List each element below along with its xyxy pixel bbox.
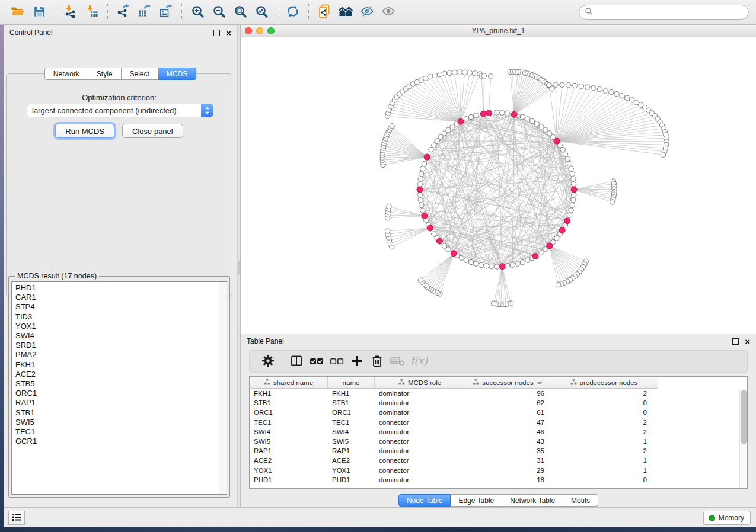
table-cell[interactable]: RAP1: [250, 447, 328, 454]
table-row[interactable]: SWI4SWI4dominator462: [250, 427, 739, 437]
tab-edge-table[interactable]: Edge Table: [451, 494, 502, 507]
table-cell[interactable]: 61: [465, 409, 550, 416]
table-scrollbar-thumb[interactable]: [741, 390, 747, 444]
hide-selected-button[interactable]: [356, 2, 378, 23]
table-cell[interactable]: YOX1: [328, 467, 375, 474]
tab-mcds[interactable]: MCDS: [158, 68, 196, 80]
table-cell[interactable]: SWI5: [250, 438, 328, 445]
status-menu-button[interactable]: [8, 511, 25, 525]
mcds-result-item[interactable]: FKH1: [12, 360, 218, 370]
table-row[interactable]: PHD1PHD1dominator180: [250, 475, 739, 485]
mcds-result-item[interactable]: RAP1: [12, 398, 218, 408]
tab-network[interactable]: Network: [44, 68, 88, 80]
tab-select[interactable]: Select: [122, 68, 158, 80]
tab-motifs[interactable]: Motifs: [563, 494, 598, 507]
table-cell[interactable]: 0: [550, 409, 658, 416]
float-panel-icon[interactable]: [732, 338, 739, 345]
table-cell[interactable]: dominator: [375, 409, 465, 416]
table-cell[interactable]: 35: [465, 447, 550, 454]
refresh-button[interactable]: [282, 2, 304, 23]
table-cell[interactable]: TEC1: [328, 419, 375, 426]
save-session-button[interactable]: [28, 2, 50, 23]
search-box[interactable]: [579, 5, 749, 20]
mcds-result-item[interactable]: TEC1: [12, 427, 218, 437]
table-cell[interactable]: 1: [550, 438, 658, 445]
import-table-button[interactable]: [81, 2, 103, 23]
add-column-button[interactable]: [347, 352, 367, 370]
table-cell[interactable]: STB1: [328, 399, 375, 406]
table-cell[interactable]: dominator: [375, 447, 465, 454]
zoom-out-button[interactable]: [208, 2, 229, 23]
network-canvas[interactable]: [241, 37, 756, 334]
table-cell[interactable]: 2: [550, 428, 658, 435]
mcds-result-item[interactable]: PMA2: [12, 350, 218, 360]
table-row[interactable]: ACE2ACE2connector311: [250, 456, 739, 465]
table-cell[interactable]: RAP1: [328, 447, 375, 454]
float-panel-icon[interactable]: [213, 30, 220, 36]
mcds-result-item[interactable]: SWI4: [12, 331, 218, 341]
table-cell[interactable]: 2: [550, 447, 658, 454]
mcds-result-item[interactable]: TID3: [12, 312, 218, 322]
table-cell[interactable]: ACE2: [328, 457, 375, 464]
mcds-result-item[interactable]: CAR1: [12, 293, 218, 302]
table-row[interactable]: STB1STB1dominator620: [250, 398, 739, 408]
table-row[interactable]: ORC1ORC1dominator610: [250, 408, 739, 417]
table-cell[interactable]: 62: [465, 399, 550, 406]
table-cell[interactable]: 46: [465, 428, 550, 435]
network-window-titlebar[interactable]: YPA_prune.txt_1: [241, 25, 756, 37]
zoom-selected-button[interactable]: [251, 2, 272, 23]
search-input[interactable]: [593, 8, 743, 17]
tab-node-table[interactable]: Node Table: [398, 494, 451, 507]
table-scrollbar[interactable]: [739, 389, 747, 488]
splitter-handle[interactable]: [238, 261, 240, 274]
table-row[interactable]: TEC1TEC1connector472: [250, 418, 739, 427]
table-cell[interactable]: TEC1: [250, 419, 328, 426]
table-cell[interactable]: dominator: [375, 390, 465, 397]
table-row[interactable]: SWI5SWI5connector431: [250, 437, 739, 446]
select-all-button[interactable]: [307, 352, 327, 370]
delete-column-button[interactable]: [367, 352, 387, 370]
mcds-result-item[interactable]: SRD1: [12, 341, 218, 350]
column-header-shared-name[interactable]: shared name: [250, 377, 328, 388]
table-cell[interactable]: dominator: [375, 428, 465, 435]
tab-style[interactable]: Style: [88, 68, 122, 80]
table-cell[interactable]: 43: [465, 438, 550, 445]
export-image-button[interactable]: [155, 2, 177, 23]
table-cell[interactable]: YOX1: [250, 467, 328, 474]
export-table-button[interactable]: [134, 2, 155, 23]
memory-button[interactable]: Memory: [703, 511, 751, 525]
column-header-predecessor-nodes[interactable]: predecessor nodes: [550, 377, 658, 388]
table-cell[interactable]: dominator: [375, 399, 465, 406]
table-cell[interactable]: 0: [550, 399, 658, 406]
table-cell[interactable]: SWI5: [328, 438, 375, 445]
table-cell[interactable]: STB1: [250, 399, 328, 406]
mcds-result-item[interactable]: ORC1: [12, 389, 218, 398]
mcds-result-item[interactable]: YOX1: [12, 322, 218, 331]
column-header-successor-nodes[interactable]: successor nodes: [465, 377, 550, 388]
table-cell[interactable]: 96: [465, 390, 550, 397]
table-cell[interactable]: 2: [550, 419, 658, 426]
toggle-column-view-button[interactable]: [286, 352, 307, 370]
table-cell[interactable]: 29: [465, 467, 550, 474]
table-row[interactable]: FKH1FKH1dominator962: [250, 389, 739, 398]
table-cell[interactable]: ORC1: [250, 409, 328, 416]
table-row[interactable]: RAP1RAP1dominator352: [250, 446, 739, 456]
mcds-result-listbox[interactable]: PHD1CAR1STP4TID3YOX1SWI4SRD1PMA2FKH1ACE2…: [11, 281, 227, 495]
node-table[interactable]: shared namenameMCDS rolesuccessor nodesp…: [249, 376, 748, 489]
table-cell[interactable]: FKH1: [250, 390, 328, 397]
table-cell[interactable]: connector: [375, 438, 465, 445]
open-session-button[interactable]: [7, 2, 28, 23]
column-header-MCDS-role[interactable]: MCDS role: [375, 377, 465, 388]
close-panel-button[interactable]: Close panel: [122, 124, 183, 138]
table-cell[interactable]: 2: [550, 390, 658, 397]
table-cell[interactable]: 31: [465, 457, 550, 464]
table-cell[interactable]: connector: [375, 419, 465, 426]
table-cell[interactable]: connector: [375, 457, 465, 464]
table-cell[interactable]: 0: [550, 476, 658, 483]
table-cell[interactable]: SWI4: [250, 428, 328, 435]
table-cell[interactable]: 1: [550, 467, 658, 474]
table-row[interactable]: YOX1YOX1connector291: [250, 466, 739, 475]
show-all-button[interactable]: [378, 2, 399, 23]
table-cell[interactable]: ORC1: [328, 409, 375, 416]
mcds-result-item[interactable]: STB5: [12, 379, 218, 389]
